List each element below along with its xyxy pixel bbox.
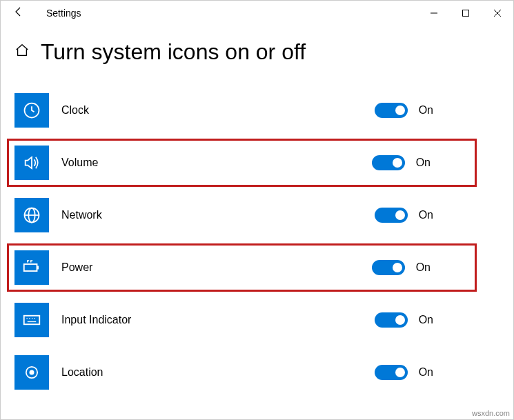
toggle-state: On (419, 104, 433, 117)
row-label: Power (61, 261, 92, 274)
row-label: Volume (61, 157, 98, 169)
svg-rect-1 (463, 10, 469, 17)
row-clock: Clock On (14, 91, 500, 130)
row-label: Network (61, 209, 102, 221)
row-label: Input Indicator (61, 314, 131, 326)
svg-rect-6 (24, 264, 37, 271)
row-network: Network On (14, 196, 500, 234)
power-icon (14, 250, 49, 285)
keyboard-icon (14, 303, 49, 337)
toggle-state: On (416, 261, 431, 274)
page-title: Turn system icons on or off (41, 39, 306, 65)
content-area: Turn system icons on or off Clock On Vol… (1, 26, 513, 392)
clock-icon (14, 93, 49, 128)
toggle-state: On (416, 157, 431, 169)
toggle-volume[interactable] (372, 155, 405, 170)
minimize-button[interactable] (418, 1, 450, 26)
volume-icon (14, 146, 49, 180)
row-volume: Volume On (12, 143, 472, 182)
row-label: Location (61, 366, 103, 379)
home-icon[interactable] (14, 43, 30, 62)
svg-rect-7 (37, 266, 39, 270)
svg-point-15 (30, 370, 34, 375)
toggle-power[interactable] (372, 260, 405, 275)
location-icon (14, 355, 49, 390)
watermark: wsxdn.com (472, 409, 510, 417)
page-heading: Turn system icons on or off (14, 39, 500, 65)
svg-rect-8 (24, 316, 40, 325)
window-title: Settings (46, 8, 81, 19)
toggle-input-indicator[interactable] (375, 312, 408, 328)
toggle-network[interactable] (375, 208, 408, 223)
toggle-state: On (419, 366, 433, 379)
close-button[interactable] (482, 1, 513, 26)
back-button[interactable] (8, 6, 30, 21)
toggle-state: On (419, 209, 433, 221)
toggle-location[interactable] (375, 365, 408, 380)
maximize-button[interactable] (450, 1, 482, 26)
network-icon (14, 198, 49, 232)
row-location: Location On (14, 353, 500, 392)
row-power: Power On (12, 248, 472, 287)
window-controls (418, 1, 513, 26)
toggle-state: On (419, 314, 433, 326)
toggle-clock[interactable] (375, 103, 408, 118)
row-label: Clock (61, 104, 89, 117)
titlebar: Settings (1, 1, 513, 26)
row-input-indicator: Input Indicator On (14, 301, 500, 339)
